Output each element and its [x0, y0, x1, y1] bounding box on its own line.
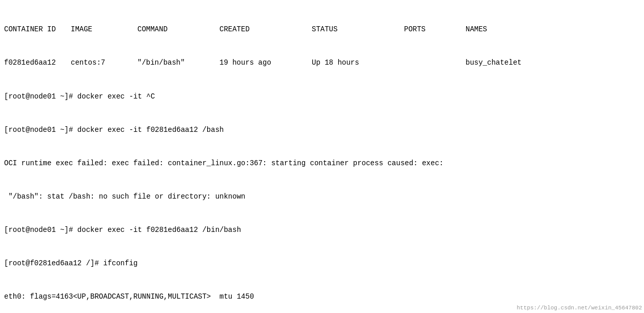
docker-ps-row: f0281ed6aa12centos:7"/bin/bash"19 hours … — [4, 57, 640, 69]
line-7: eth0: flags=4163<UP,BROADCAST,RUNNING,MU… — [4, 291, 640, 303]
col-header-names: NAMES — [466, 24, 487, 35]
header-row: CONTAINER IDIMAGECOMMANDCREATEDSTATUSPOR… — [4, 24, 640, 35]
ps-image: centos:7 — [71, 57, 137, 69]
line-6: [root@f0281ed6aa12 /]# ifconfig — [4, 258, 640, 269]
col-header-container: CONTAINER ID — [4, 24, 71, 35]
line-3: OCI runtime exec failed: exec failed: co… — [4, 158, 640, 169]
line-5: [root@node01 ~]# docker exec -it f0281ed… — [4, 225, 640, 236]
col-header-image: IMAGE — [71, 24, 137, 35]
ps-status: Up 18 hours — [312, 57, 404, 69]
col-header-command: COMMAND — [137, 24, 219, 35]
col-header-created: CREATED — [219, 24, 312, 35]
ps-command: "/bin/bash" — [137, 57, 219, 69]
col-header-ports: PORTS — [404, 24, 466, 35]
ps-created: 19 hours ago — [219, 57, 312, 69]
terminal-window: CONTAINER IDIMAGECOMMANDCREATEDSTATUSPOR… — [0, 0, 644, 313]
ps-names: busy_chatelet — [466, 57, 521, 69]
line-1: [root@node01 ~]# docker exec -it ^C — [4, 91, 640, 103]
line-4: "/bash": stat /bash: no such file or dir… — [4, 191, 640, 203]
col-header-status: STATUS — [312, 24, 404, 35]
line-2: [root@node01 ~]# docker exec -it f0281ed… — [4, 125, 640, 136]
ps-container-id: f0281ed6aa12 — [4, 57, 71, 69]
watermark: https://blog.csdn.net/weixin_45647802 — [517, 305, 642, 311]
